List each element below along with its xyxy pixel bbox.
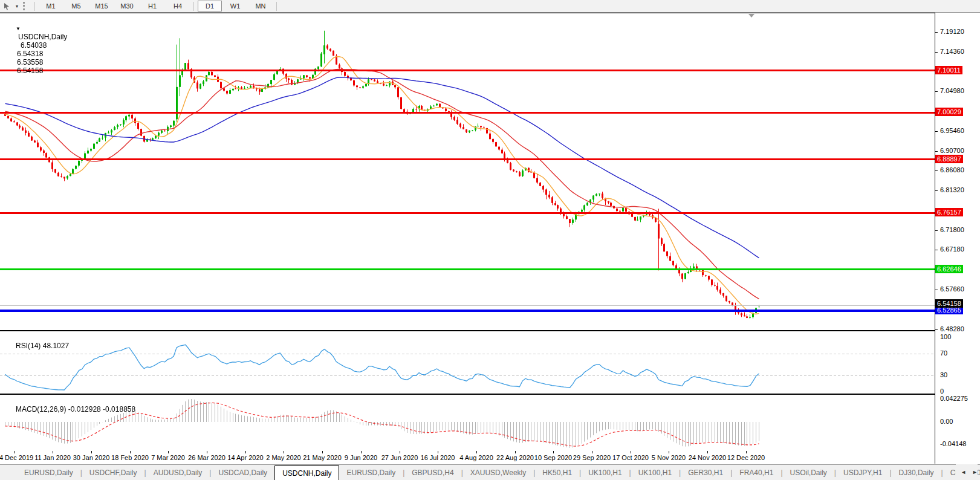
price-tick: [935, 230, 938, 231]
rsi-axis-label: 70: [940, 349, 947, 357]
timeframe-button-h1[interactable]: H1: [140, 1, 164, 11]
candlestick-chart-canvas[interactable]: [0, 13, 935, 330]
horizontal-level-line-7.00029[interactable]: [0, 112, 935, 114]
symbol-tab-dj30-daily[interactable]: DJ30,Daily: [892, 465, 941, 480]
date-tick: [91, 451, 92, 453]
timeframe-button-m15[interactable]: M15: [89, 1, 114, 11]
ohlc-high: 6.54318: [17, 50, 43, 58]
rsi-chart-canvas[interactable]: [0, 331, 935, 392]
date-label: 5 Nov 2020: [652, 454, 686, 461]
price-tick-label: 6.57660: [940, 285, 964, 293]
level-price-label: 7.00029: [935, 108, 963, 116]
horizontal-level-line-6.88897[interactable]: [0, 158, 935, 160]
timeframe-button-m5[interactable]: M5: [64, 1, 88, 11]
tool-dropdown-arrow-icon[interactable]: ▾: [13, 4, 21, 9]
symbol-tab-usoil-daily[interactable]: USOil,Daily: [783, 465, 834, 480]
top-toolbar: ▾ M1M5M15M30H1H4D1W1MN: [0, 0, 980, 13]
date-tick: [245, 451, 246, 453]
symbol-tab-usdchf-daily[interactable]: USDCHF,Daily: [82, 465, 144, 480]
ohlc-low: 6.53558: [17, 58, 43, 66]
price-tick: [935, 131, 938, 132]
symbol-tab-usdcad-daily[interactable]: USDCAD,Daily: [211, 465, 274, 480]
symbol-tab-uk100-h1[interactable]: UK100,H1: [631, 465, 679, 480]
price-tick: [935, 91, 938, 92]
rsi-axis-label: 100: [940, 333, 951, 340]
macd-chart-canvas[interactable]: [0, 395, 935, 450]
macd-values: -0.012928 -0.018858: [68, 405, 135, 414]
timeframe-button-w1[interactable]: W1: [223, 1, 247, 11]
macd-axis-label: 0.042275: [940, 395, 968, 402]
macd-name: MACD(12,26,9): [16, 405, 66, 414]
symbol-tab-eurusd-daily[interactable]: EURUSD,Daily: [339, 465, 403, 480]
symbol-tab-uk100-h1[interactable]: UK100,H1: [581, 465, 629, 480]
rsi-axis-label: 30: [940, 371, 947, 378]
date-label: 24 Dec 2019: [0, 454, 33, 461]
symbol-tab-eurusd-daily[interactable]: EURUSD,Daily: [17, 465, 80, 480]
timeframe-button-m30[interactable]: M30: [115, 1, 139, 11]
timeframe-button-d1[interactable]: D1: [198, 1, 222, 11]
date-tick: [361, 451, 362, 453]
date-label: 4 Aug 2020: [459, 454, 493, 461]
price-tick-label: 6.81320: [940, 186, 964, 193]
date-tick: [207, 451, 207, 453]
chart-shift-marker-icon[interactable]: [748, 14, 754, 18]
date-label: 21 May 2020: [303, 454, 342, 461]
rsi-panel: RSI(14) 48.1027: [0, 331, 935, 394]
cursor-tool-icon[interactable]: [0, 1, 13, 11]
toolbar-separator: [276, 2, 277, 11]
price-tick: [935, 290, 938, 290]
price-tick-label: 7.14360: [940, 48, 964, 55]
timeframe-button-mn[interactable]: MN: [248, 1, 273, 11]
price-tick: [935, 151, 938, 152]
price-tick-label: 6.95460: [940, 127, 964, 134]
tab-scroll-right-icon[interactable]: ►: [972, 469, 978, 475]
symbol-tab-fra40-h1[interactable]: FRA40,H1: [732, 465, 780, 480]
price-tick-label: 6.86080: [940, 166, 964, 174]
symbol-tab-xauusd-weekly[interactable]: XAUUSD,Weekly: [463, 465, 533, 480]
rsi-axis-label: 0: [940, 388, 944, 395]
symbol-tab-hk50-h1[interactable]: HK50,H1: [535, 465, 579, 480]
main-chart-panel: ▼ USDCNH,Daily 6.54038 6.54318 6.53558 6…: [0, 13, 935, 331]
price-axis[interactable]: 7.191207.143607.049806.954606.907006.860…: [935, 13, 980, 464]
date-label: 29 Sep 2020: [573, 454, 611, 461]
symbol-dropdown-arrow-icon[interactable]: ▼: [16, 26, 21, 31]
date-label: 17 Oct 2020: [612, 454, 649, 461]
macd-axis-label: 0.00: [940, 418, 953, 425]
symbol-tab-ger30-h1[interactable]: GER30,H1: [681, 465, 730, 480]
rsi-name: RSI(14): [16, 342, 41, 350]
timeframe-button-m1[interactable]: M1: [39, 1, 63, 11]
level-price-label: 6.62646: [935, 265, 963, 273]
symbol-tab-gbpusd-h4[interactable]: GBPUSD,H4: [404, 465, 461, 480]
date-label: 30 Jan 2020: [73, 454, 110, 461]
price-tick: [935, 250, 938, 250]
tab-scroll-controls: ◄ ►: [956, 464, 978, 480]
tab-scroll-left-icon[interactable]: ◄: [961, 469, 966, 475]
horizontal-level-line-6.76157[interactable]: [0, 212, 935, 214]
date-label: 24 Nov 2020: [689, 454, 726, 461]
macd-panel: MACD(12,26,9) -0.012928 -0.018858: [0, 394, 935, 452]
chart-window: ▼ USDCNH,Daily 6.54038 6.54318 6.53558 6…: [0, 13, 980, 480]
timeframe-button-h4[interactable]: H4: [166, 1, 190, 11]
symbol-tab-usdcnh-daily[interactable]: USDCNH,Daily: [274, 465, 339, 480]
date-tick: [631, 451, 631, 453]
symbol-tab-audusd-daily[interactable]: AUDUSD,Daily: [146, 465, 210, 480]
toolbar-separator: [193, 2, 194, 11]
date-axis[interactable]: 24 Dec 201911 Jan 202030 Jan 202018 Feb …: [0, 451, 935, 464]
horizontal-level-line-6.52865[interactable]: [0, 310, 935, 312]
horizontal-level-line-7.10011[interactable]: [0, 70, 935, 71]
date-label: 18 Feb 2020: [111, 454, 149, 461]
level-price-label: 6.76157: [935, 208, 963, 216]
date-tick: [130, 451, 131, 453]
date-label: 2 May 2020: [266, 454, 300, 461]
symbol-tab-usdjpy-h1[interactable]: USDJPY,H1: [836, 465, 889, 480]
horizontal-level-line-6.62646[interactable]: [0, 268, 935, 270]
date-label: 14 Apr 2020: [227, 454, 263, 461]
symbol-tab-bar: EURUSD,Daily|USDCHF,Daily|AUDUSD,Daily|U…: [0, 464, 980, 480]
toolbar-grip[interactable]: [23, 2, 28, 10]
ohlc-open: 6.54038: [21, 41, 47, 50]
level-price-label: 6.88897: [935, 155, 963, 163]
date-tick: [400, 451, 400, 453]
price-tick: [935, 329, 938, 330]
date-tick: [669, 451, 669, 453]
level-price-label: 7.10011: [935, 66, 962, 74]
